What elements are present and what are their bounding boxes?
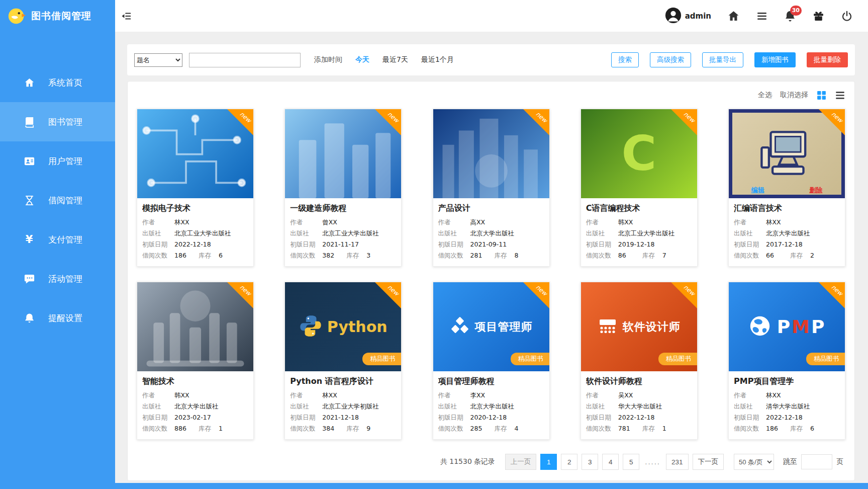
- book-cover[interactable]: new: [137, 109, 253, 198]
- publisher-label: 出版社: [438, 229, 470, 238]
- book-card[interactable]: PMP new 精品图书 PMP项目管理学 作者林XX 出版社清华大学出版社 初…: [728, 282, 845, 440]
- user-menu[interactable]: admin: [665, 7, 711, 25]
- book-card[interactable]: C new C语言编程技术 作者韩XX 出版社北京工业大学出版社 初版日期201…: [581, 109, 698, 267]
- sidebar-item-label: 借阅管理: [48, 195, 82, 206]
- author-value: 曾XX: [322, 218, 337, 227]
- sidebar-item-label: 支付管理: [48, 234, 82, 246]
- pub-date-label: 初版日期: [734, 414, 766, 422]
- book-card[interactable]: Python new 精品图书 Python 语言程序设计 作者林XX 出版社北…: [284, 282, 402, 440]
- book-info: 项目管理师教程 作者李XX 出版社北京大学出版社 初版日期2020-12-18 …: [433, 371, 549, 439]
- new-badge: new: [227, 109, 253, 135]
- publisher-label: 出版社: [142, 229, 174, 238]
- deselect-link[interactable]: 取消选择: [780, 91, 808, 100]
- page-number-button[interactable]: 4: [602, 454, 619, 470]
- sidebar-item[interactable]: 借阅管理: [0, 181, 115, 220]
- notifications-bell-icon[interactable]: 30: [784, 10, 796, 22]
- select-all-link[interactable]: 全选: [758, 91, 772, 100]
- page-number-button[interactable]: 5: [623, 454, 639, 470]
- sidebar-item-label: 用户管理: [48, 155, 82, 167]
- borrow-count-value: 281: [470, 252, 495, 259]
- jump-label: 跳至: [783, 457, 797, 466]
- book-card[interactable]: new 编辑 删除 汇编语言技术 作者林XX 出版社北京大学出版社: [728, 109, 845, 267]
- book-card[interactable]: new 智能技术 作者韩XX 出版社北京大学出版社 初版日期2023-02-17: [137, 282, 254, 440]
- grid-view-icon[interactable]: [816, 90, 827, 101]
- book-title: C语言编程技术: [586, 203, 692, 214]
- cover-text: 软件设计师: [623, 319, 681, 335]
- sidebar-item-label: 系统首页: [48, 77, 82, 89]
- author-label: 作者: [142, 218, 174, 227]
- author-value: 林XX: [766, 391, 781, 400]
- add-book-button[interactable]: 新增图书: [754, 52, 796, 67]
- book-cover[interactable]: 软件设计师 new 精品图书: [581, 282, 697, 371]
- book-cover[interactable]: new: [137, 282, 253, 371]
- premium-badge: 精品图书: [362, 353, 401, 365]
- borrow-count-value: 186: [766, 425, 790, 432]
- sidebar-item[interactable]: 用户管理: [0, 141, 115, 181]
- borrow-count-value: 86: [618, 252, 642, 259]
- author-value: 韩XX: [174, 391, 189, 400]
- page-size-select[interactable]: 50 条/页: [734, 454, 774, 470]
- search-button[interactable]: 搜索: [611, 52, 639, 67]
- book-card[interactable]: new 产品设计 作者高XX 出版社北京大学出版社 初版日期2021-09-11: [433, 109, 550, 267]
- sidebar-item[interactable]: 系统首页: [0, 63, 115, 102]
- author-label: 作者: [438, 391, 470, 400]
- sidebar-item[interactable]: 图书管理: [0, 102, 115, 141]
- stock-value: 2: [810, 252, 814, 259]
- app-logo: 图书借阅管理: [0, 0, 115, 32]
- batch-export-button[interactable]: 批量导出: [702, 52, 743, 67]
- book-card[interactable]: new 一级建造师教程 作者曾XX 出版社北京工业大学出版社 初版日期2021-…: [284, 109, 402, 267]
- gift-icon[interactable]: [812, 10, 825, 22]
- sidebar-item[interactable]: ¥ 支付管理: [0, 220, 115, 259]
- batch-delete-button[interactable]: 批量删除: [807, 52, 848, 67]
- collapse-sidebar-icon[interactable]: [121, 11, 132, 22]
- home-icon[interactable]: [727, 10, 740, 22]
- book-cover[interactable]: Python new 精品图书: [285, 282, 401, 371]
- sidebar-item[interactable]: 活动管理: [0, 259, 115, 298]
- time-filter[interactable]: 最近1个月: [421, 55, 454, 64]
- stock-value: 1: [219, 425, 223, 432]
- author-label: 作者: [290, 218, 322, 227]
- publisher-value: 北京大学出版社: [470, 402, 515, 411]
- publisher-value: 北京大学出版社: [470, 229, 515, 238]
- book-cover[interactable]: new: [285, 109, 401, 198]
- list-view-icon[interactable]: [835, 90, 845, 101]
- author-label: 作者: [734, 218, 766, 227]
- next-page-button[interactable]: 下一页: [693, 454, 724, 470]
- app-window: 图书借阅管理 系统首页 图书管理 用户管理: [0, 0, 868, 489]
- sidebar-item[interactable]: 提醒设置: [0, 298, 115, 338]
- book-title: 智能技术: [142, 376, 248, 387]
- prev-page-button[interactable]: 上一页: [505, 454, 537, 470]
- page-number-button[interactable]: 3: [582, 454, 598, 470]
- sidebar-item-label: 提醒设置: [48, 312, 82, 324]
- book-cover[interactable]: new 编辑 删除: [729, 109, 845, 198]
- menu-icon[interactable]: [756, 10, 768, 22]
- search-input[interactable]: [189, 53, 301, 67]
- time-filter[interactable]: 今天: [355, 55, 369, 64]
- advanced-search-button[interactable]: 高级搜索: [650, 52, 691, 67]
- borrow-count-label: 借阅次数: [734, 425, 766, 433]
- book-cover[interactable]: PMP new 精品图书: [729, 282, 845, 371]
- book-cover[interactable]: 项目管理师 new 精品图书: [433, 282, 549, 371]
- borrow-count-label: 借阅次数: [290, 425, 322, 433]
- borrow-count-label: 借阅次数: [734, 252, 766, 260]
- book-cover[interactable]: new: [433, 109, 549, 198]
- time-filter[interactable]: 最近7天: [382, 55, 408, 64]
- delete-link[interactable]: 删除: [809, 186, 822, 195]
- borrow-count-value: 886: [174, 425, 199, 432]
- page-number-button[interactable]: 2: [561, 454, 577, 470]
- new-badge: new: [523, 282, 549, 308]
- last-page-button[interactable]: 231: [666, 454, 689, 470]
- book-card[interactable]: new 模拟电子技术 作者林XX 出版社北京工业大学出版社 初版日期2022-1…: [137, 109, 254, 267]
- book-card[interactable]: 软件设计师 new 精品图书 软件设计师教程 作者吴XX 出版社华大大学出版社 …: [581, 282, 698, 440]
- jump-page-input[interactable]: [801, 454, 832, 469]
- app-title: 图书借阅管理: [31, 10, 91, 23]
- page-number-button[interactable]: 1: [540, 454, 557, 470]
- edit-link[interactable]: 编辑: [751, 186, 764, 195]
- book-cover[interactable]: C new: [581, 109, 697, 198]
- power-icon[interactable]: [841, 10, 853, 22]
- book-card[interactable]: 项目管理师 new 精品图书 项目管理师教程 作者李XX 出版社北京大学出版社 …: [433, 282, 550, 440]
- cover-actions: 编辑 删除: [729, 186, 845, 195]
- search-field-select[interactable]: 题名: [134, 53, 182, 67]
- book-title: 产品设计: [438, 203, 544, 214]
- bell-icon: [23, 312, 35, 324]
